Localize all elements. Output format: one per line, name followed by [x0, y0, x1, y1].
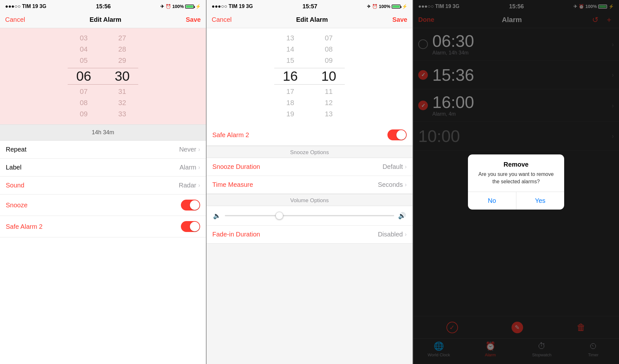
sound-row[interactable]: Sound Radar › [0, 177, 206, 194]
panel-edit-alarm-2: ●●●○○ TIM 19 3G 15:57 ✈ ⏰ 100% ⚡ Cancel … [207, 0, 412, 364]
volume-slider-thumb[interactable] [276, 212, 283, 219]
hour-picker-1[interactable]: 03 04 05 06 07 08 09 [74, 33, 93, 119]
picker-min-29[interactable]: 29 [113, 56, 132, 66]
snooze-duration-value: Default › [383, 163, 407, 170]
nav-bar-2: Cancel Edit Alarm Save [207, 12, 412, 28]
picker-hour-15[interactable]: 15 [281, 56, 300, 66]
snooze-options-header: Snooze Options [207, 146, 412, 158]
time-remaining-1: 14h 34m [0, 124, 206, 141]
picker-hour-18[interactable]: 18 [281, 98, 300, 108]
settings-list-2-bottom: Fade-in Duration Disabled › [207, 226, 412, 244]
picker-min2-13[interactable]: 13 [319, 109, 338, 119]
remove-dialog: Remove Are you sure you want to remove t… [468, 154, 564, 210]
dialog-yes-button[interactable]: Yes [516, 192, 564, 210]
safe-alarm-2-label: Safe Alarm 2 [212, 131, 249, 139]
picker-min2-07[interactable]: 07 [319, 33, 338, 43]
picker-hour-06[interactable]: 06 [74, 67, 93, 86]
repeat-label: Repeat [6, 146, 27, 153]
volume-high-icon: 🔊 [398, 212, 406, 219]
picker-min-30[interactable]: 30 [113, 67, 132, 86]
dialog-overlay: Remove Are you sure you want to remove t… [413, 0, 619, 364]
status-bar-2: ●●●○○ TIM 19 3G 15:57 ✈ ⏰ 100% ⚡ [207, 0, 412, 12]
label-chevron: › [198, 164, 200, 171]
picker-min2-12[interactable]: 12 [319, 98, 338, 108]
fade-in-row[interactable]: Fade-in Duration Disabled › [207, 226, 412, 244]
safe-alarm-label: Safe Alarm 2 [6, 223, 43, 230]
dialog-buttons: No Yes [468, 192, 564, 210]
volume-low-icon: 🔈 [213, 212, 221, 219]
battery-2: ✈ ⏰ 100% ⚡ [367, 4, 407, 9]
picker-hour-05[interactable]: 05 [74, 56, 93, 66]
time-measure-chevron: › [405, 181, 407, 188]
settings-list-2: Snooze Duration Default › Time Measure S… [207, 158, 412, 194]
picker-min2-10[interactable]: 10 [319, 67, 338, 86]
picker-min2-08[interactable]: 08 [319, 45, 338, 54]
picker-hour-17[interactable]: 17 [281, 87, 300, 97]
picker-min2-11[interactable]: 11 [319, 87, 338, 97]
picker-hour-07[interactable]: 07 [74, 87, 93, 97]
dialog-message: Are you sure you want to remove the sele… [468, 171, 564, 192]
snooze-duration-row[interactable]: Snooze Duration Default › [207, 158, 412, 176]
label-row[interactable]: Label Alarm › [0, 159, 206, 177]
sound-label: Sound [6, 182, 24, 189]
time-measure-row[interactable]: Time Measure Seconds › [207, 176, 412, 194]
nav-bar-1: Cancel Edit Alarm Save [0, 12, 206, 28]
snooze-toggle-knob [190, 200, 199, 210]
picker-min-31[interactable]: 31 [113, 87, 132, 97]
picker-min-28[interactable]: 28 [113, 45, 132, 54]
safe-alarm-2-knob [396, 130, 406, 140]
settings-list-1: Repeat Never › Label Alarm › Sound Radar… [0, 141, 206, 364]
settings-list-2-top: Safe Alarm 2 [207, 124, 412, 146]
cancel-button-2[interactable]: Cancel [212, 16, 232, 23]
picker-hour-13[interactable]: 13 [281, 33, 300, 43]
repeat-chevron: › [198, 146, 200, 153]
carrier-2: ●●●○○ TIM 19 3G [212, 4, 253, 9]
volume-slider-section: 🔈 🔊 [207, 206, 412, 226]
dialog-title: Remove [468, 154, 564, 171]
safe-alarm-toggle[interactable] [181, 221, 200, 232]
safe-alarm-2-toggle[interactable] [387, 129, 407, 140]
sound-value: Radar › [179, 182, 200, 189]
fade-in-value: Disabled › [378, 231, 407, 238]
picker-min-32[interactable]: 32 [113, 98, 132, 108]
snooze-row[interactable]: Snooze [0, 194, 206, 216]
save-button-1[interactable]: Save [186, 16, 201, 23]
minute-picker-2[interactable]: 07 08 09 10 11 12 13 [319, 33, 338, 119]
panel-alarm-list: ●●●○○ TIM 19 3G 15:56 ✈ ⏰ 100% ⚡ Done Al… [413, 0, 619, 364]
minute-picker-1[interactable]: 27 28 29 30 31 32 33 [113, 33, 132, 119]
picker-hour-16[interactable]: 16 [281, 67, 300, 86]
time-measure-value: Seconds › [378, 181, 407, 188]
picker-hour-09[interactable]: 09 [74, 109, 93, 119]
picker-hour-03[interactable]: 03 [74, 33, 93, 43]
picker-min-27[interactable]: 27 [113, 33, 132, 43]
picker-hour-14[interactable]: 14 [281, 45, 300, 54]
hour-picker-2[interactable]: 13 14 15 16 17 18 19 [281, 33, 300, 119]
fade-in-chevron: › [405, 231, 407, 238]
carrier-1: ●●●○○ TIM 19 3G [5, 4, 46, 9]
clock-2: 15:57 [302, 3, 317, 10]
save-button-2[interactable]: Save [392, 16, 407, 23]
picker-hour-08[interactable]: 08 [74, 98, 93, 108]
volume-options-header: Volume Options [207, 194, 412, 206]
picker-hour-19[interactable]: 19 [281, 109, 300, 119]
safe-alarm-2-row[interactable]: Safe Alarm 2 [207, 124, 412, 146]
time-picker-1[interactable]: 03 04 05 06 07 08 09 27 28 29 30 31 32 3… [0, 28, 206, 124]
picker-hour-04[interactable]: 04 [74, 45, 93, 54]
panel-edit-alarm-1: ●●●○○ TIM 19 3G 15:56 ✈ ⏰ 100% ⚡ Cancel … [0, 0, 206, 364]
repeat-row[interactable]: Repeat Never › [0, 141, 206, 159]
cancel-button-1[interactable]: Cancel [5, 16, 25, 23]
repeat-value: Never › [179, 146, 200, 153]
snooze-toggle[interactable] [181, 200, 200, 211]
nav-title-1: Edit Alarm [89, 16, 121, 23]
dialog-no-button[interactable]: No [468, 192, 516, 210]
battery-bar-1 [185, 4, 194, 9]
label-label: Label [6, 164, 21, 171]
status-bar-1: ●●●○○ TIM 19 3G 15:56 ✈ ⏰ 100% ⚡ [0, 0, 206, 12]
safe-alarm-row[interactable]: Safe Alarm 2 [0, 216, 206, 237]
picker-min-33[interactable]: 33 [113, 109, 132, 119]
snooze-duration-chevron: › [405, 163, 407, 170]
volume-slider-track[interactable] [225, 215, 394, 216]
sound-chevron: › [198, 182, 200, 189]
picker-min2-09[interactable]: 09 [319, 56, 338, 66]
time-picker-2[interactable]: 13 14 15 16 17 18 19 07 08 09 10 11 12 1… [207, 28, 412, 124]
